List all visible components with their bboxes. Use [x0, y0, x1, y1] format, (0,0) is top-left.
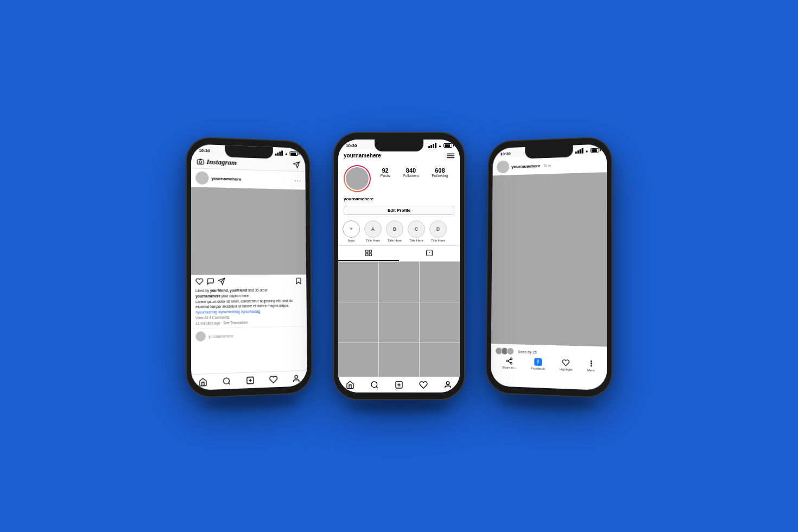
- grid-cell-5[interactable]: [379, 302, 419, 343]
- phone-profile: 10:30 ▲ yournamehere: [334, 133, 464, 399]
- profile-name: yournamehere: [338, 197, 460, 204]
- svg-point-11: [295, 376, 297, 379]
- grid-cell-4[interactable]: [338, 302, 378, 343]
- tag-icon: [426, 249, 433, 257]
- stat-following[interactable]: 608 Following: [432, 167, 448, 178]
- send-icon[interactable]: [293, 161, 300, 169]
- hamburger-icon[interactable]: [447, 153, 454, 159]
- edit-profile-button[interactable]: Edit Profile: [344, 206, 454, 215]
- like-icon[interactable]: [195, 277, 203, 285]
- story-viewers: Seen by 25: [495, 347, 603, 358]
- tab-grid[interactable]: [338, 246, 399, 261]
- following-count: 608: [432, 167, 448, 174]
- nav-search-icon-left[interactable]: [223, 377, 231, 386]
- highlight-c[interactable]: C Title Here: [408, 220, 425, 242]
- highlight-circle-d: D: [429, 220, 447, 238]
- story-action-highlight[interactable]: Highlight: [560, 359, 573, 371]
- highlight-circle-b: B: [386, 220, 403, 238]
- highlight-circle-a: A: [364, 220, 382, 238]
- followers-label: Followers: [403, 174, 419, 178]
- share-label: Share to...: [502, 366, 517, 370]
- status-right-center: ▲: [428, 143, 452, 148]
- post-grid: [338, 262, 460, 383]
- svg-point-32: [591, 363, 592, 364]
- bookmark-icon[interactable]: [295, 277, 302, 285]
- story-avatar: [497, 160, 509, 173]
- posts-count: 92: [381, 167, 390, 174]
- notch-right: [525, 145, 573, 159]
- story-content: [491, 172, 607, 346]
- more-icon: [587, 359, 595, 368]
- story-time: 31m: [543, 163, 550, 167]
- comment-input-row: yournamehere: [191, 326, 307, 345]
- nav-search-icon-center[interactable]: [370, 381, 379, 389]
- story-action-share[interactable]: Share to...: [502, 357, 517, 370]
- highlight-label-d: Title Here: [431, 239, 445, 242]
- post-caption-body: Lorem ipsum dolor sit amet, consectetur …: [195, 298, 302, 310]
- nav-heart-icon-center[interactable]: [419, 381, 428, 389]
- post-caption: Liked by yourfriend, yourfriend and 36 o…: [191, 287, 307, 328]
- time-right: 10:30: [500, 151, 511, 156]
- nav-home-icon-left[interactable]: [199, 377, 207, 387]
- post-username: yournamehere: [212, 176, 242, 181]
- followers-count: 840: [403, 167, 419, 174]
- nav-add-icon-left[interactable]: [246, 376, 255, 385]
- time-left: 10:30: [199, 148, 210, 153]
- profile-stats-row: 92 Posts 840 Followers 608 Following: [338, 161, 460, 197]
- post-user[interactable]: yournamehere: [195, 171, 241, 185]
- comment-icon[interactable]: [207, 277, 214, 285]
- phone-screen-profile: 10:30 ▲ yournamehere: [338, 140, 460, 392]
- status-right-right: ▲: [575, 148, 599, 154]
- grid-cell-6[interactable]: [420, 302, 460, 343]
- phone-feed: 10:30 ▲: [187, 137, 312, 397]
- signal-icon-left: [275, 150, 283, 156]
- facebook-icon: f: [534, 358, 542, 366]
- highlight-a[interactable]: A Title Here: [364, 220, 382, 242]
- feed-post: yournamehere ···: [191, 168, 307, 345]
- story-action-facebook[interactable]: f Facebook: [531, 358, 545, 370]
- tab-tagged[interactable]: [399, 246, 460, 261]
- stat-followers[interactable]: 840 Followers: [403, 167, 419, 178]
- grid-cell-3[interactable]: [420, 262, 460, 302]
- highlight-new[interactable]: + New: [343, 220, 360, 242]
- nav-profile-icon-center[interactable]: [444, 381, 452, 389]
- post-menu-icon[interactable]: ···: [294, 177, 301, 185]
- nav-profile-icon-left[interactable]: [292, 374, 300, 383]
- phones-container: 10:30 ▲: [187, 133, 611, 399]
- commenter-avatar: [195, 331, 206, 341]
- post-image: [191, 187, 306, 275]
- facebook-label: Facebook: [531, 366, 545, 370]
- nav-home-icon-center[interactable]: [346, 381, 354, 389]
- story-action-more[interactable]: More: [587, 359, 594, 372]
- profile-tabs: [338, 245, 460, 262]
- highlight-icon: [562, 359, 569, 367]
- instagram-logo: Instagram: [197, 157, 237, 167]
- svg-rect-15: [366, 250, 368, 252]
- grid-cell-2[interactable]: [379, 262, 419, 302]
- highlight-label-footer: Highlight: [560, 368, 573, 371]
- highlight-label-new: New: [348, 239, 354, 242]
- highlight-b[interactable]: B Title Here: [386, 220, 403, 242]
- wifi-icon-right: ▲: [585, 149, 589, 153]
- grid-cell-1[interactable]: [338, 262, 378, 302]
- svg-point-33: [591, 365, 592, 366]
- svg-line-21: [376, 387, 378, 388]
- highlight-label-a: Title Here: [366, 239, 380, 242]
- commenter-name[interactable]: yournamehere: [208, 334, 233, 338]
- nav-add-icon-center[interactable]: [395, 381, 403, 389]
- nav-heart-icon-left[interactable]: [269, 375, 278, 384]
- svg-rect-0: [197, 160, 204, 164]
- nav-bar-center: [338, 377, 460, 392]
- svg-rect-16: [369, 250, 371, 252]
- highlight-label-b: Title Here: [388, 239, 402, 242]
- grid-icon: [365, 249, 372, 257]
- profile-avatar-wrap: [344, 165, 371, 192]
- share-icon[interactable]: [218, 277, 225, 285]
- post-avatar: [195, 171, 208, 185]
- share-arrow-icon: [505, 357, 513, 365]
- profile-avatar: [345, 166, 370, 191]
- svg-point-27: [506, 360, 508, 362]
- highlight-d[interactable]: D Title Here: [429, 220, 447, 242]
- story-user-info: yournamehere 31m: [497, 159, 550, 174]
- svg-point-1: [199, 161, 202, 163]
